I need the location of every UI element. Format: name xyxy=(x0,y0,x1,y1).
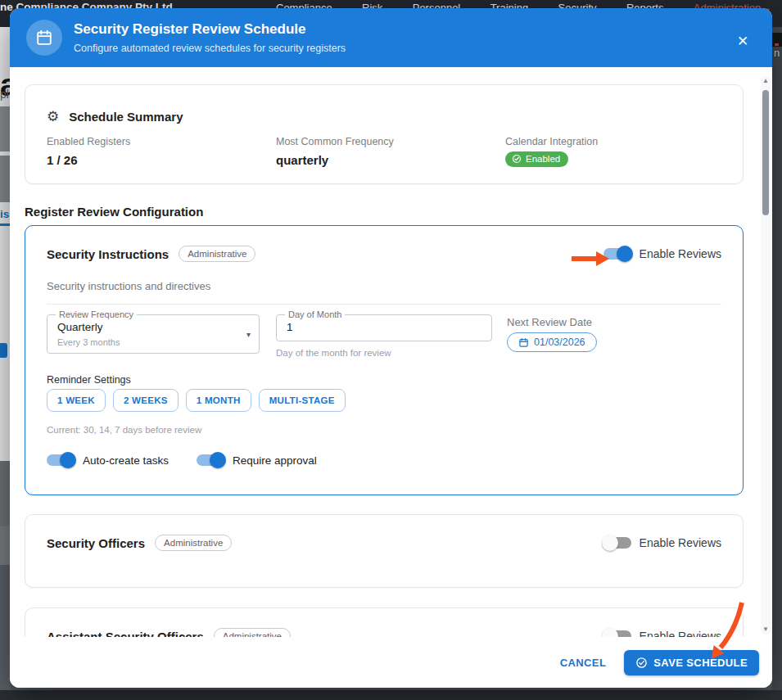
stat-enabled-registers: Enabled Registers 1 / 26 xyxy=(47,136,130,167)
background-bottom-strip xyxy=(0,690,782,700)
dialog-scrollbar[interactable]: ▲ ▼ xyxy=(761,76,771,635)
gear-icon: ⚙ xyxy=(47,108,59,125)
scroll-down-icon[interactable]: ▼ xyxy=(761,625,771,635)
require-approval-toggle[interactable] xyxy=(197,452,224,468)
dialog-footer: CANCEL SAVE SCHEDULE xyxy=(10,637,772,688)
dialog-title: Security Register Review Schedule xyxy=(74,21,305,38)
enable-reviews-label: Enable Reviews xyxy=(640,536,721,549)
register-name: Security Instructions xyxy=(47,247,169,261)
dialog-header: Security Register Review Schedule Config… xyxy=(10,8,772,67)
enable-reviews-label: Enable Reviews xyxy=(640,247,721,260)
register-description: Security instructions and directives xyxy=(47,280,210,292)
reminder-options: 1 WEEK 2 WEEKS 1 MONTH MULTI-STAGE xyxy=(47,389,346,412)
administrative-badge: Administrative xyxy=(155,535,232,551)
scrollbar-thumb[interactable] xyxy=(762,90,769,215)
register-name: Security Officers xyxy=(47,536,145,550)
review-frequency-select[interactable]: Review Frequency Quarterly Every 3 month… xyxy=(47,314,260,354)
auto-create-tasks-toggle-item: Auto-create tasks xyxy=(47,452,169,468)
administrative-badge: Administrative xyxy=(179,246,255,262)
review-schedule-dialog: Security Register Review Schedule Config… xyxy=(10,8,772,688)
schedule-summary-card: ⚙ Schedule Summary Enabled Registers 1 /… xyxy=(25,84,744,184)
register-card-security-instructions: Security Instructions Administrative Ena… xyxy=(25,225,744,495)
reminder-settings-label: Reminder Settings xyxy=(47,374,131,386)
next-review-date-label: Next Review Date xyxy=(507,316,592,328)
next-review-date-chip[interactable]: 01/03/2026 xyxy=(507,332,597,352)
divider xyxy=(47,304,721,305)
cancel-button[interactable]: CANCEL xyxy=(550,650,617,675)
background-band xyxy=(772,33,782,47)
check-circle-icon xyxy=(635,657,648,669)
enable-reviews-toggle[interactable] xyxy=(603,246,631,262)
require-approval-toggle-item: Require approval xyxy=(197,452,317,468)
require-approval-label: Require approval xyxy=(233,454,317,467)
calendar-icon xyxy=(518,337,529,348)
day-of-month-input[interactable]: Day of Month 1 xyxy=(276,314,492,341)
reminder-1-month-button[interactable]: 1 MONTH xyxy=(186,389,251,412)
background-button-fragment xyxy=(0,343,7,358)
summary-heading: Schedule Summary xyxy=(69,110,183,124)
background-text-fragment: pl xyxy=(0,88,9,101)
day-of-month-helper: Day of the month for review xyxy=(276,348,391,358)
scroll-up-icon[interactable]: ▲ xyxy=(761,76,771,86)
register-card-security-officers: Security Officers Administrative Enable … xyxy=(25,514,744,588)
calendar-avatar xyxy=(26,20,62,56)
auto-create-tasks-label: Auto-create tasks xyxy=(83,454,169,467)
reminder-multi-stage-button[interactable]: MULTI-STAGE xyxy=(259,389,346,412)
check-circle-icon xyxy=(512,154,522,164)
dialog-body: ⚙ Schedule Summary Enabled Registers 1 /… xyxy=(10,67,772,645)
background-tab-fragment: is xyxy=(0,208,9,220)
stat-calendar-integration: Calendar Integration Enabled xyxy=(505,136,598,167)
calendar-icon xyxy=(35,29,53,47)
dialog-subtitle: Configure automated review schedules for… xyxy=(74,43,346,54)
section-heading: Register Review Configuration xyxy=(25,205,203,219)
reminder-1-week-button[interactable]: 1 WEEK xyxy=(47,389,106,412)
dropdown-caret-icon: ▾ xyxy=(246,330,251,339)
background-text-fragment: n xyxy=(774,47,780,59)
enabled-status-badge: Enabled xyxy=(505,151,568,167)
reminder-2-weeks-button[interactable]: 2 WEEKS xyxy=(113,389,179,412)
current-reminders-text: Current: 30, 14, 7 days before review xyxy=(47,425,201,435)
close-icon: ✕ xyxy=(737,33,748,50)
stat-common-frequency: Most Common Frequency quarterly xyxy=(276,136,394,167)
enable-reviews-toggle[interactable] xyxy=(603,535,631,551)
background-page-right-sliver: n xyxy=(772,27,782,690)
auto-create-tasks-toggle[interactable] xyxy=(47,452,75,468)
save-schedule-button[interactable]: SAVE SCHEDULE xyxy=(624,650,759,675)
close-button[interactable]: ✕ xyxy=(733,31,753,51)
